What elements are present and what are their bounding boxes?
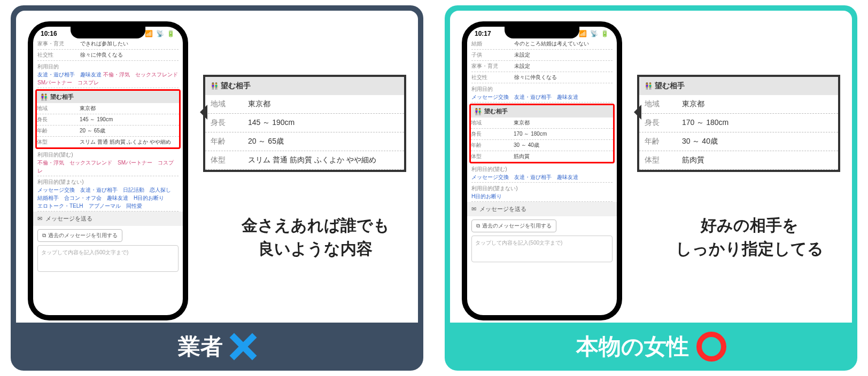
message-input[interactable]: タップして内容を記入(500文字まで) <box>37 245 179 272</box>
callout-right: 👫 望む相手 地域東京都 身長170 ～ 180cm 年齢30 ～ 40歳 体型… <box>637 75 840 172</box>
caption-left: 金さえあれば誰でも 良いような内容 <box>219 214 412 260</box>
status-icons: 📶 📡 🔋 <box>579 30 609 37</box>
panel-real: 10:17 📶 📡 🔋 結婚今のところ結婚は考えていない 子供未設定 家事・育児… <box>445 5 857 371</box>
couple-icon: 👫 <box>645 82 653 90</box>
footer-left: 業者 <box>11 323 423 371</box>
purpose-blocks: 利用目的(望む) 不倫・浮気 セックスフレンド SMパートナー コスプレ 利用目… <box>33 151 183 212</box>
copy-icon: ⧉ <box>476 223 480 229</box>
purpose-tags: 友達・遊び相手 趣味友達 不倫・浮気 セックスフレンド SMパートナー コスプレ <box>37 70 179 88</box>
couple-icon: 👫 <box>474 108 482 115</box>
phone-screen-left: 10:16 📶 📡 🔋 家事・育児できれば参加したい 社交性徐々に仲良くなる 利… <box>33 27 183 315</box>
couple-icon: 👫 <box>40 93 48 101</box>
mail-icon: ✉ <box>37 215 42 222</box>
phone-mockup-right: 10:17 📶 📡 🔋 結婚今のところ結婚は考えていない 子供未設定 家事・育児… <box>462 21 622 320</box>
profile-top-rows: 家事・育児できれば参加したい 社交性徐々に仲良くなる 利用目的 友達・遊び相手 … <box>33 38 183 88</box>
phone-notch <box>505 27 579 38</box>
phone-screen-right: 10:17 📶 📡 🔋 結婚今のところ結婚は考えていない 子供未設定 家事・育児… <box>467 27 617 315</box>
couple-icon: 👫 <box>211 82 219 90</box>
x-icon <box>230 334 256 359</box>
panel-scammer: 10:16 📶 📡 🔋 家事・育児できれば参加したい 社交性徐々に仲良くなる 利… <box>11 5 423 371</box>
quote-button[interactable]: ⧉ 過去のメッセージを引用する <box>37 229 122 242</box>
status-time: 10:17 <box>475 30 491 37</box>
callout-left: 👫 望む相手 地域東京都 身長145 ～ 190cm 年齢20 ～ 65歳 体型… <box>203 75 406 172</box>
purpose-blocks: 利用目的(望む) メッセージ交換 友達・遊び相手 趣味友達 利用目的(望まない)… <box>467 166 617 202</box>
footer-label-right: 本物の女性 <box>576 332 689 362</box>
footer-label-left: 業者 <box>178 332 223 362</box>
phone-notch <box>71 27 145 38</box>
panel-right-body: 10:17 📶 📡 🔋 結婚今のところ結婚は考えていない 子供未設定 家事・育児… <box>450 11 852 323</box>
quote-button[interactable]: ⧉ 過去のメッセージを引用する <box>471 220 556 232</box>
message-header: ✉ メッセージを送る <box>467 202 617 216</box>
copy-icon: ⧉ <box>42 232 46 239</box>
profile-top-rows: 結婚今のところ結婚は考えていない 子供未設定 家事・育児未設定 社交性徐々に仲良… <box>467 38 617 103</box>
highlighted-wish-section: 👫 望む相手 地域東京都 身長145 ～ 190cm 年齢20 ～ 65歳 体型… <box>35 89 181 149</box>
message-header: ✉ メッセージを送る <box>33 212 183 226</box>
circle-icon <box>696 332 726 362</box>
status-time: 10:16 <box>41 30 57 37</box>
message-input[interactable]: タップして内容を記入(500文字まで) <box>471 236 613 262</box>
wish-header: 👫 望む相手 <box>37 91 179 103</box>
mail-icon: ✉ <box>471 206 476 213</box>
footer-right: 本物の女性 <box>445 323 857 371</box>
caption-right: 好みの相手を しっかり指定してる <box>653 214 846 260</box>
panel-left-body: 10:16 📶 📡 🔋 家事・育児できれば参加したい 社交性徐々に仲良くなる 利… <box>16 11 418 323</box>
phone-mockup-left: 10:16 📶 📡 🔋 家事・育児できれば参加したい 社交性徐々に仲良くなる 利… <box>28 21 188 320</box>
highlighted-wish-section: 👫 望む相手 地域東京都 身長170 ～ 180cm 年齢30 ～ 40歳 体型… <box>469 104 615 163</box>
status-icons: 📶 📡 🔋 <box>145 30 175 37</box>
